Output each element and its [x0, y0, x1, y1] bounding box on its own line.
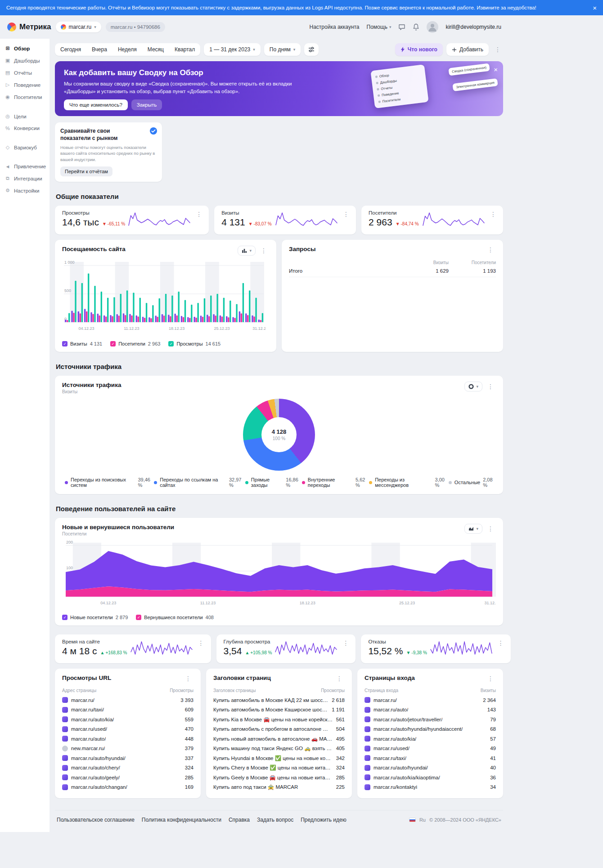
- card-kebab-icon[interactable]: ⋮: [485, 675, 496, 683]
- bell-icon[interactable]: [413, 23, 419, 31]
- sidebar-item-acquisition[interactable]: ◄Привлечение: [0, 161, 50, 172]
- checkbox-visits[interactable]: ✓: [62, 341, 68, 346]
- legend-item-visitors[interactable]: ✓Посетители2 963: [110, 341, 160, 346]
- language-switcher[interactable]: Ru: [419, 817, 426, 823]
- footer-link-4[interactable]: Предложить идею: [301, 817, 346, 823]
- card-kebab-icon[interactable]: ⋮: [183, 675, 194, 683]
- traffic-legend-item-other[interactable]: Остальные2,08 %: [449, 477, 493, 488]
- preset-0[interactable]: Сегодня: [55, 43, 86, 56]
- promo-close-button[interactable]: Закрыть: [131, 99, 162, 110]
- chart-type-select[interactable]: ▾: [464, 524, 482, 534]
- card-kebab-icon[interactable]: ⋮: [334, 675, 345, 683]
- add-widget-button[interactable]: Добавить: [446, 43, 489, 56]
- table-row[interactable]: marcar.ru/auto/kia/57: [364, 734, 496, 744]
- legend-item-visits[interactable]: ✓Визиты4 131: [62, 341, 102, 346]
- sidebar-item-conversions[interactable]: %Конверсии: [0, 122, 50, 134]
- legend-item-new[interactable]: ✓Новые посетители2 879: [62, 615, 128, 620]
- sidebar-item-behavior[interactable]: ▷Поведение: [0, 79, 50, 91]
- preset-3[interactable]: Месяц: [142, 43, 169, 56]
- card-kebab-icon[interactable]: ⋮: [196, 639, 207, 647]
- table-row[interactable]: Купить автомобиль в Москве Каширское шос…: [213, 705, 345, 715]
- table-row[interactable]: marcar.ru/taxi/41: [364, 753, 496, 763]
- table-row[interactable]: new.marcar.ru/379: [62, 744, 194, 754]
- table-row[interactable]: Купить автомобиль с пробегом в автосалон…: [213, 724, 345, 734]
- counter-badge[interactable]: marcar.ru • 94790686: [106, 22, 165, 32]
- card-kebab-icon[interactable]: ⋮: [340, 639, 351, 647]
- table-row[interactable]: marcar.ru/auto/hyundai/40: [364, 763, 496, 773]
- footer-link-1[interactable]: Политика конфиденциальности: [142, 817, 221, 823]
- toolbar-kebab-icon[interactable]: ⋮: [492, 45, 503, 54]
- help-menu[interactable]: Помощь ▾: [367, 24, 392, 30]
- table-row[interactable]: marcar.ru/auto/143: [364, 705, 496, 715]
- sidebar-item-dashboards[interactable]: ▣Дашборды: [0, 54, 50, 67]
- preset-2[interactable]: Неделя: [112, 43, 142, 56]
- card-kebab-icon[interactable]: ⋮: [194, 210, 204, 218]
- table-row[interactable]: marcar.ru/used/49: [364, 744, 496, 754]
- traffic-legend-item-messengers[interactable]: Переходы из мессенджеров3,00 %: [369, 477, 449, 488]
- account-settings-link[interactable]: Настройка аккаунта: [310, 24, 360, 30]
- footer-link-2[interactable]: Справка: [229, 817, 250, 823]
- sidebar-item-settings[interactable]: ⚙Настройки: [0, 184, 50, 197]
- table-row[interactable]: Купить автомобиль в Москве КАД 22 км шос…: [213, 695, 345, 705]
- banner-close-icon[interactable]: ×: [593, 4, 597, 11]
- chart-type-select[interactable]: ▾: [464, 382, 482, 391]
- table-row[interactable]: Купить машину под такси Яндекс GO 🚕 взят…: [213, 744, 345, 754]
- table-row[interactable]: marcar.ru/auto/kia/559: [62, 715, 194, 724]
- site-selector[interactable]: marcar.ru ▾: [56, 22, 101, 32]
- table-row[interactable]: Купить Kia в Москве 🚘 цены на новые коре…: [213, 715, 345, 724]
- table-row[interactable]: Купить Chery в Москве ✅ цены на новые ки…: [213, 763, 345, 773]
- metrika-logo[interactable]: Метрика: [7, 22, 51, 31]
- checkbox-returning[interactable]: ✓: [136, 615, 141, 620]
- checkbox-new[interactable]: ✓: [62, 615, 68, 620]
- card-kebab-icon[interactable]: ⋮: [488, 210, 499, 218]
- table-row[interactable]: Купить Hyundai в Москве ✅ цены на новые …: [213, 753, 345, 763]
- checkbox-visitors[interactable]: ✓: [110, 341, 116, 346]
- card-kebab-icon[interactable]: ⋮: [485, 382, 496, 391]
- filters-icon[interactable]: [304, 43, 319, 56]
- sidebar-item-reports[interactable]: ▤Отчёты: [0, 67, 50, 79]
- footer-link-3[interactable]: Задать вопрос: [257, 817, 293, 823]
- avatar[interactable]: [427, 21, 438, 33]
- traffic-legend-item-search[interactable]: Переходы из поисковых систем39,46 %: [65, 477, 154, 488]
- card-kebab-icon[interactable]: ⋮: [485, 525, 496, 533]
- traffic-legend-item-direct[interactable]: Прямые заходы16,86 %: [245, 477, 302, 488]
- sidebar-item-visitors[interactable]: ◉Посетители: [0, 91, 50, 103]
- table-row[interactable]: Купить новый автомобиль в автосалоне 🚗 M…: [213, 734, 345, 744]
- table-row[interactable]: Купить авто под такси 🚖 MARCAR225: [213, 783, 345, 792]
- sidebar-item-variocube[interactable]: ◇Вариокуб: [0, 141, 50, 153]
- table-row[interactable]: marcar.ru/auto/changan/169: [62, 783, 194, 792]
- table-row[interactable]: marcar.ru/used/470: [62, 724, 194, 734]
- card-kebab-icon[interactable]: ⋮: [495, 639, 506, 647]
- table-row[interactable]: marcar.ru/auto/448: [62, 734, 194, 744]
- promo-close-icon[interactable]: ×: [494, 66, 498, 73]
- traffic-legend-item-links[interactable]: Переходы по ссылкам на сайтах32,97 %: [154, 477, 245, 488]
- sidebar-item-integrations[interactable]: ⧉Интеграции: [0, 172, 50, 184]
- whats-new-button[interactable]: Что нового: [395, 43, 443, 56]
- legend-item-pageviews[interactable]: ✓Просмотры14 615: [168, 341, 220, 346]
- footer-link-0[interactable]: Пользовательское соглашение: [57, 817, 135, 823]
- table-row[interactable]: marcar.ru/auto/jetour/traveller/79: [364, 715, 496, 724]
- promo-more-button[interactable]: Что еще изменилось?: [64, 99, 128, 110]
- card-kebab-icon[interactable]: ⋮: [258, 247, 269, 255]
- table-row[interactable]: marcar.ru/auto/hyundai/hyundaiaccent/68: [364, 724, 496, 734]
- table-row[interactable]: marcar.ru/auto/hyundai/337: [62, 753, 194, 763]
- granularity-select[interactable]: По дням ▾: [264, 43, 301, 56]
- card-kebab-icon[interactable]: ⋮: [341, 210, 351, 218]
- sidebar-item-goals[interactable]: ◎Цели: [0, 110, 50, 122]
- table-row[interactable]: Купить Geely в Москве 🚘 цены на новые ки…: [213, 773, 345, 783]
- chart-type-select[interactable]: ▾: [238, 246, 256, 256]
- checkbox-pageviews[interactable]: ✓: [168, 341, 174, 346]
- sidebar-item-overview[interactable]: ⊞Обзор: [0, 42, 50, 54]
- traffic-legend-item-internal[interactable]: Внутренние переходы5,62 %: [302, 477, 369, 488]
- table-row[interactable]: marcar.ru/auto/geely/285: [62, 773, 194, 783]
- table-row[interactable]: marcar.ru/taxi/609: [62, 705, 194, 715]
- table-row[interactable]: marcar.ru/3 393: [62, 695, 194, 705]
- table-row[interactable]: marcar.ru/kontaktyi34: [364, 783, 496, 792]
- go-to-reports-button[interactable]: Перейти к отчётам: [60, 166, 112, 176]
- table-row[interactable]: marcar.ru/auto/chery/324: [62, 763, 194, 773]
- card-kebab-icon[interactable]: ⋮: [485, 246, 496, 254]
- table-row[interactable]: marcar.ru/auto/kia/kiaoptima/36: [364, 773, 496, 783]
- user-email[interactable]: kirill@developmysite.ru: [446, 24, 501, 30]
- preset-1[interactable]: Вчера: [86, 43, 112, 56]
- legend-item-returning[interactable]: ✓Вернувшиеся посетители408: [136, 615, 214, 620]
